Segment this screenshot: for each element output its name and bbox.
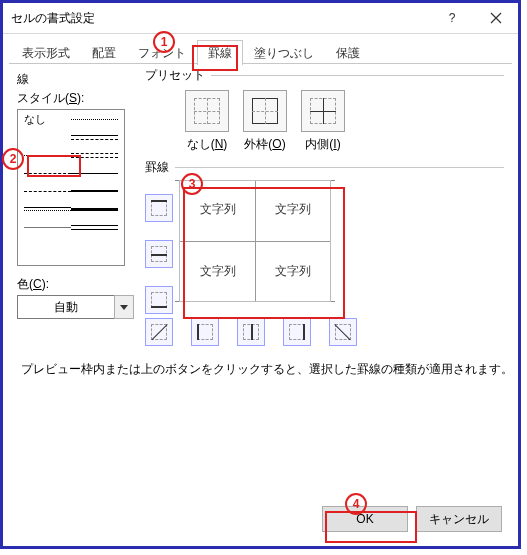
annotation-4-rect [325, 511, 417, 543]
style-l7[interactable] [24, 227, 71, 228]
style-r7[interactable] [71, 225, 118, 230]
format-cells-dialog: セルの書式設定 ? 表示形式 配置 フォント 罫線 塗りつぶし 保護 線 スタイ… [0, 0, 521, 549]
annotation-2-rect [27, 155, 81, 177]
style-r5[interactable] [71, 190, 118, 192]
tab-fill[interactable]: 塗りつぶし [243, 40, 325, 65]
border-right-button[interactable] [283, 318, 311, 346]
color-dropdown-button[interactable] [114, 295, 134, 319]
style-label: スタイル(S): [17, 90, 137, 107]
annotation-3-rect [183, 187, 345, 319]
border-section-label: 罫線 [145, 159, 169, 176]
border-left-button[interactable] [191, 318, 219, 346]
color-value: 自動 [18, 299, 114, 316]
preset-none-button[interactable] [185, 90, 229, 132]
border-bottom-button[interactable] [145, 286, 173, 314]
tab-protection[interactable]: 保護 [325, 40, 371, 65]
annotation-1-rect [192, 45, 238, 71]
chevron-down-icon [120, 305, 128, 310]
style-l5[interactable] [24, 191, 71, 192]
hint-text: プレビュー枠内または上のボタンをクリックすると、選択した罫線の種類が適用されます… [21, 361, 513, 378]
titlebar: セルの書式設定 ? [3, 3, 518, 34]
border-middle-v-button[interactable] [237, 318, 265, 346]
border-top-button[interactable] [145, 194, 173, 222]
preset-outside-label: 外枠(O) [244, 136, 285, 153]
annotation-4: 4 [345, 493, 367, 515]
border-diag-up-button[interactable] [145, 318, 173, 346]
annotation-2: 2 [2, 148, 24, 170]
border-middle-h-button[interactable] [145, 240, 173, 268]
window-title: セルの書式設定 [11, 10, 430, 27]
close-button[interactable] [474, 3, 518, 33]
style-none[interactable]: なし [24, 112, 71, 127]
preset-section: プリセット なし(N) 外枠(O) 内側(I) [145, 67, 504, 153]
preset-inside-label: 内側(I) [305, 136, 340, 153]
cancel-button[interactable]: キャンセル [416, 506, 502, 532]
color-label: 色(C): [17, 276, 137, 293]
annotation-1: 1 [153, 31, 175, 53]
style-r6[interactable] [71, 208, 118, 211]
style-r1[interactable] [71, 119, 118, 120]
tab-strip: 表示形式 配置 フォント 罫線 塗りつぶし 保護 [3, 34, 518, 64]
style-l6[interactable] [24, 207, 71, 211]
help-button[interactable]: ? [430, 3, 474, 33]
preset-none-label: なし(N) [187, 136, 228, 153]
preset-inside-button[interactable] [301, 90, 345, 132]
line-section: 線 スタイル(S): なし 色(C): 自動 [17, 67, 137, 319]
tab-number-format[interactable]: 表示形式 [11, 40, 81, 65]
line-section-label: 線 [17, 71, 137, 88]
style-r2[interactable] [71, 135, 118, 140]
color-combobox[interactable]: 自動 [17, 295, 137, 319]
preset-outside-button[interactable] [243, 90, 287, 132]
annotation-3: 3 [181, 173, 203, 195]
tab-alignment[interactable]: 配置 [81, 40, 127, 65]
border-diag-down-button[interactable] [329, 318, 357, 346]
line-style-listbox[interactable]: なし [17, 109, 125, 266]
close-icon [490, 12, 502, 24]
